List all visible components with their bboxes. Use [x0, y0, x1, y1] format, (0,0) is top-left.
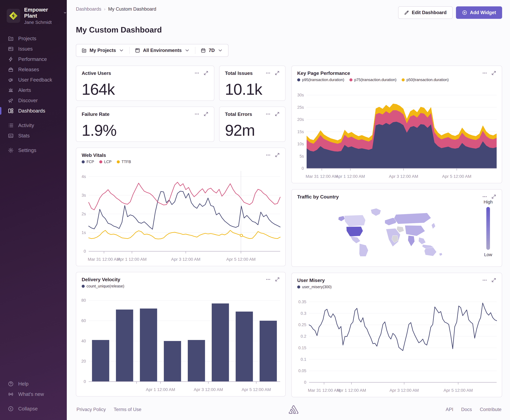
web-vitals-chart[interactable]: 01s2s3s4sMar 31 12:00 AMApr 1 12:00 AMAp… — [80, 169, 282, 264]
widget-menu-icon[interactable] — [266, 70, 271, 76]
chevron-down-icon — [185, 48, 190, 53]
sidebar-item-label: Stats — [18, 133, 30, 139]
issues-icon — [8, 46, 14, 52]
sidebar-item-settings[interactable]: Settings — [0, 145, 67, 156]
expand-icon[interactable] — [274, 112, 280, 117]
sidebar-item-releases[interactable]: Releases — [0, 64, 67, 75]
legend-item[interactable]: p95(transaction.duration) — [297, 78, 344, 82]
legend-item[interactable]: user_misery(300) — [297, 285, 332, 289]
expand-icon[interactable] — [203, 112, 208, 117]
privacy-policy-link[interactable]: Privacy Policy — [76, 407, 106, 412]
widget-menu-icon[interactable] — [266, 112, 271, 117]
sidebar-item-help[interactable]: Help — [0, 379, 67, 389]
add-widget-button[interactable]: Add Widget — [456, 6, 502, 19]
world-map[interactable] — [333, 206, 448, 257]
widget-menu-icon[interactable] — [266, 152, 271, 158]
expand-icon[interactable] — [275, 152, 280, 158]
empower-plant-logo-icon — [8, 11, 18, 21]
main-content: Dashboards › My Custom Dashboard Edit Da… — [67, 0, 510, 420]
pencil-icon — [404, 10, 409, 15]
svg-text:3s: 3s — [81, 193, 86, 198]
svg-text:0: 0 — [84, 379, 86, 384]
sidebar-item-dashboards[interactable]: Dashboards — [0, 106, 67, 116]
widget-title: Web Vitals — [82, 152, 131, 158]
svg-text:Apr 5 12:00 AM: Apr 5 12:00 AM — [442, 174, 472, 179]
legend-item[interactable]: TTFB — [117, 160, 131, 164]
svg-text:0: 0 — [302, 166, 304, 171]
sidebar-item-activity[interactable]: Activity — [0, 120, 67, 131]
expand-icon[interactable] — [275, 277, 280, 282]
user-misery-chart[interactable]: 00.050.10.150.20.250.30.35Mar 31 12:00 A… — [295, 294, 498, 395]
footer: Privacy Policy Terms of Use API Docs Con… — [76, 397, 502, 414]
country-alaska — [338, 216, 345, 221]
sidebar-collapse-button[interactable]: Collapse — [0, 404, 67, 414]
widget-value: 1.9% — [82, 121, 208, 139]
legend-item[interactable]: LCP — [99, 160, 111, 164]
legend-item[interactable]: FCP — [82, 160, 94, 164]
svg-text:0.25: 0.25 — [298, 322, 306, 327]
docs-link[interactable]: Docs — [461, 407, 472, 412]
sidebar-item-alerts[interactable]: Alerts — [0, 85, 67, 95]
sidebar-item-label: What's new — [18, 391, 44, 397]
country-india — [408, 235, 415, 246]
sidebar-item-discover[interactable]: Discover — [0, 95, 67, 106]
contribute-link[interactable]: Contribute — [480, 407, 502, 412]
sidebar-item-label: Collapse — [18, 406, 38, 412]
breadcrumb-dashboards[interactable]: Dashboards — [76, 6, 101, 12]
releases-icon — [8, 67, 14, 72]
svg-text:Apr 3 12:00 AM: Apr 3 12:00 AM — [171, 257, 200, 262]
sidebar-item-whats-new[interactable]: What's new — [0, 389, 67, 399]
widget-title: Total Issues — [225, 70, 253, 76]
expand-icon[interactable] — [491, 70, 496, 76]
country-south-america — [359, 244, 368, 256]
key-page-performance-chart[interactable]: 05s10s15s20s25s30sMar 31 12:00 AMApr 1 1… — [295, 87, 498, 181]
expand-icon[interactable] — [491, 278, 496, 283]
delivery-velocity-chart[interactable]: 020406080Apr 1 12:00 AMApr 3 12:00 AMApr… — [80, 293, 282, 395]
widget-delivery-velocity: Delivery Velocity count_unique(release) … — [76, 272, 286, 397]
org-switcher[interactable]: Empower Plant Jane Schmidt — [0, 0, 67, 30]
api-link[interactable]: API — [446, 407, 453, 412]
legend-item[interactable]: count_unique(release) — [82, 284, 124, 288]
dashboards-icon — [8, 108, 14, 114]
date-range-filter[interactable]: 7D — [195, 47, 228, 54]
legend: FCP LCP TTFB — [82, 160, 131, 164]
widget-total-errors: Total Errors 92m — [219, 107, 286, 142]
legend-item[interactable]: p50(transaction.duration) — [402, 78, 449, 82]
sidebar-item-issues[interactable]: Issues — [0, 44, 67, 54]
chevron-down-icon — [63, 11, 67, 15]
legend-item[interactable]: p75(transaction.duration) — [349, 78, 396, 82]
svg-text:0: 0 — [304, 380, 306, 385]
widget-menu-icon[interactable] — [266, 277, 271, 282]
legend-label: p95(transaction.duration) — [302, 78, 344, 82]
plus-circle-icon — [462, 10, 467, 15]
widget-menu-icon[interactable] — [194, 70, 200, 76]
widget-title: Key Page Performance — [297, 70, 449, 76]
terms-of-use-link[interactable]: Terms of Use — [114, 407, 141, 412]
widget-menu-icon[interactable] — [482, 278, 487, 283]
widget-value: 92m — [225, 121, 280, 139]
environment-filter[interactable]: All Environments — [129, 47, 195, 54]
widget-web-vitals: Web Vitals FCP LCP TTFB 01s2s3s4sMar 31 … — [76, 148, 286, 266]
sidebar-item-label: Issues — [18, 46, 33, 52]
date-range-value: 7D — [209, 48, 215, 53]
expand-icon[interactable] — [274, 70, 280, 76]
legend-label: p75(transaction.duration) — [354, 78, 396, 82]
active-indicator — [0, 107, 1, 115]
siren-icon — [8, 87, 14, 93]
sidebar-item-projects[interactable]: Projects — [0, 33, 67, 44]
sidebar-item-performance[interactable]: Performance — [0, 54, 67, 64]
sidebar-item-user-feedback[interactable]: User Feedback — [0, 75, 67, 85]
widget-menu-icon[interactable] — [482, 194, 487, 199]
svg-text:4s: 4s — [81, 174, 86, 179]
sidebar-item-stats[interactable]: Stats — [0, 131, 67, 141]
legend-label: count_unique(release) — [87, 284, 124, 288]
expand-icon[interactable] — [203, 70, 208, 76]
widget-menu-icon[interactable] — [194, 112, 200, 117]
edit-dashboard-button[interactable]: Edit Dashboard — [398, 6, 453, 19]
sidebar-item-label: Releases — [18, 67, 39, 72]
country-mexico — [350, 236, 361, 243]
project-filter[interactable]: My Projects — [76, 47, 129, 54]
expand-icon[interactable] — [491, 194, 496, 199]
widget-menu-icon[interactable] — [482, 70, 487, 76]
user-name: Jane Schmidt — [24, 20, 67, 25]
